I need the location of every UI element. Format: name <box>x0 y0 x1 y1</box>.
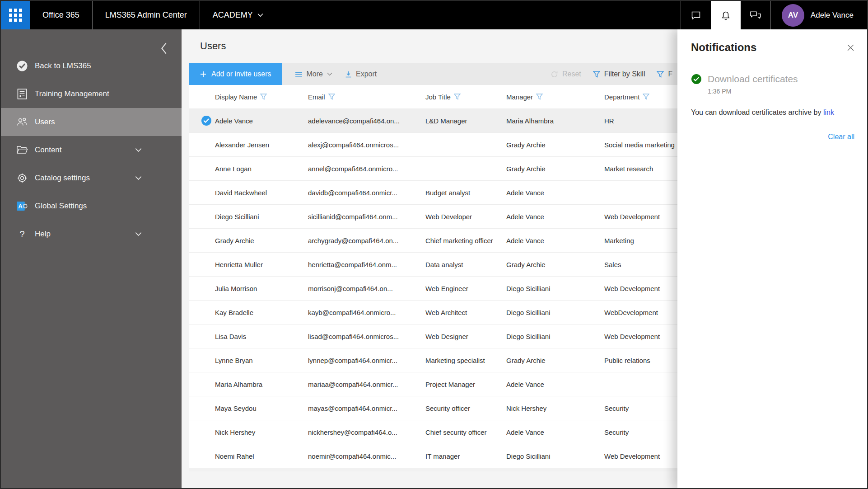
notifications-panel: Notifications Download certificates 1:36… <box>677 29 867 488</box>
filter-secondary-button[interactable]: F <box>657 70 672 78</box>
cell-manager: Diego Sicilliani <box>506 333 604 340</box>
filter-by-skill-button[interactable]: Filter by Skill <box>593 70 645 78</box>
export-button[interactable]: Export <box>345 70 377 78</box>
chevron-down-icon[interactable] <box>135 176 142 180</box>
clear-all-button[interactable]: Clear all <box>828 133 854 141</box>
column-header-manager[interactable]: Manager <box>506 93 604 101</box>
feedback-icon <box>750 10 761 21</box>
funnel-icon[interactable] <box>454 94 461 100</box>
notification-timestamp: 1:36 PM <box>708 88 854 95</box>
sidebar-item-back-to-lms365[interactable]: Back to LMS365 <box>1 52 182 80</box>
environment-label: ACADEMY <box>213 10 253 20</box>
cell-name: David Backwheel <box>215 189 308 197</box>
chat-button[interactable] <box>681 1 711 29</box>
notification-title: Download certificates <box>708 74 798 85</box>
cell-email: kayb@compafi464.onmicro... <box>308 309 425 316</box>
cell-job: Security officer <box>425 404 506 412</box>
reset-button[interactable]: Reset <box>551 70 581 78</box>
user-avatar[interactable]: AV <box>782 4 804 27</box>
cell-name: Maya Seydou <box>215 404 308 412</box>
cell-name: Diego Sicilliani <box>215 213 308 221</box>
cell-manager: Diego Sicilliani <box>506 285 604 292</box>
gear-icon <box>16 172 28 184</box>
cell-job: Budget analyst <box>425 189 506 197</box>
bell-icon <box>720 10 732 21</box>
funnel-icon[interactable] <box>260 94 267 100</box>
cell-manager: Adele Vance <box>506 189 604 197</box>
cell-name: Lynne Bryan <box>215 357 308 364</box>
cell-manager: Nick Hershey <box>506 404 604 412</box>
cell-manager: Adele Vance <box>506 381 604 388</box>
cell-name: Grady Archie <box>215 237 308 244</box>
success-check-icon <box>691 74 702 85</box>
cell-manager: Grady Archie <box>506 261 604 268</box>
cell-email: annel@compafi464.onmicro... <box>308 165 425 173</box>
chevron-down-icon[interactable] <box>135 148 142 152</box>
sidebar-item-training-management[interactable]: Training Management <box>1 80 182 108</box>
sidebar-item-content[interactable]: Content <box>1 136 182 164</box>
sidebar-item-global-settings[interactable]: AGlobal Settings <box>1 192 182 220</box>
funnel-icon[interactable] <box>536 94 543 100</box>
cell-name: Nick Hershey <box>215 428 308 436</box>
cell-email: alexj@compafi464.onmicros... <box>308 141 425 149</box>
app-launcher-button[interactable] <box>1 1 30 29</box>
sidebar-item-help[interactable]: ?Help <box>1 220 182 248</box>
cell-name: Adele Vance <box>215 117 308 125</box>
cell-job: Web Architect <box>425 309 506 316</box>
column-header-display-name[interactable]: Display Name <box>215 93 308 101</box>
feedback-button[interactable] <box>741 1 770 29</box>
cell-manager: Diego Sicilliani <box>506 452 604 460</box>
cell-email: sicillianid@compafi464.onm... <box>308 213 425 221</box>
cell-name: Henrietta Muller <box>215 261 308 268</box>
sidebar-item-label: Content <box>35 146 62 155</box>
cell-job: L&D Manager <box>425 117 506 125</box>
cell-manager: Adele Vance <box>506 237 604 244</box>
cell-job: Chief marketing officer <box>425 237 506 244</box>
admin-center-link[interactable]: LMS365 Admin Center <box>93 1 200 29</box>
add-or-invite-users-button[interactable]: Add or invite users <box>189 63 282 85</box>
cell-email: lynnep@compafi464.onmicr... <box>308 357 425 364</box>
user-name[interactable]: Adele Vance <box>811 1 867 29</box>
cell-job: Data analyst <box>425 261 506 268</box>
environment-dropdown[interactable]: ACADEMY <box>200 1 276 29</box>
chevron-down-icon <box>327 72 332 76</box>
sidebar-item-users[interactable]: Users <box>1 108 182 136</box>
lms365-logo-icon <box>16 60 28 72</box>
column-header-job-title[interactable]: Job Title <box>425 93 506 101</box>
notifications-button[interactable] <box>711 1 741 31</box>
cell-job: Web Developer <box>425 213 506 221</box>
cell-email: morrisonj@compafi464.on... <box>308 285 425 292</box>
cell-job: Marketing specialist <box>425 357 506 364</box>
notifications-title: Notifications <box>691 41 756 54</box>
training-management-icon <box>16 88 28 100</box>
chevron-down-icon <box>257 13 263 17</box>
cell-job: Chief security officer <box>425 428 506 436</box>
close-button[interactable] <box>847 44 854 52</box>
chevron-down-icon[interactable] <box>135 232 142 236</box>
more-button[interactable]: More <box>295 70 332 78</box>
topbar-spacer <box>276 1 681 29</box>
cell-email: henrietta@compafi464.onm... <box>308 261 425 268</box>
app-window: Office 365 LMS365 Admin Center ACADEMY A… <box>0 0 868 489</box>
cell-manager: Grady Archie <box>506 141 604 149</box>
column-header-email[interactable]: Email <box>308 93 425 101</box>
download-icon <box>345 71 352 78</box>
cell-name: Julia Morrison <box>215 285 308 292</box>
cell-manager: Grady Archie <box>506 165 604 173</box>
close-icon <box>847 44 854 52</box>
plus-icon <box>200 71 206 77</box>
cell-name: Lisa Davis <box>215 333 308 340</box>
sidebar-item-catalog-settings[interactable]: Catalog settings <box>1 164 182 192</box>
toolbar-right-group: Reset Filter by Skill F <box>551 63 672 85</box>
funnel-icon[interactable] <box>643 94 649 100</box>
cell-name: Maria Alhambra <box>215 381 308 388</box>
download-link[interactable]: link <box>823 108 834 116</box>
sidebar-nav: Back to LMS365Training ManagementUsersCo… <box>1 29 182 248</box>
funnel-icon <box>593 71 600 78</box>
sidebar-item-label: Help <box>35 230 51 239</box>
cell-email: mayas@compafi464.onmicr... <box>308 404 425 412</box>
help-icon: ? <box>16 228 28 240</box>
office365-home-link[interactable]: Office 365 <box>30 1 92 29</box>
funnel-icon[interactable] <box>328 94 335 100</box>
notification-item: Download certificates 1:36 PM <box>691 74 854 95</box>
